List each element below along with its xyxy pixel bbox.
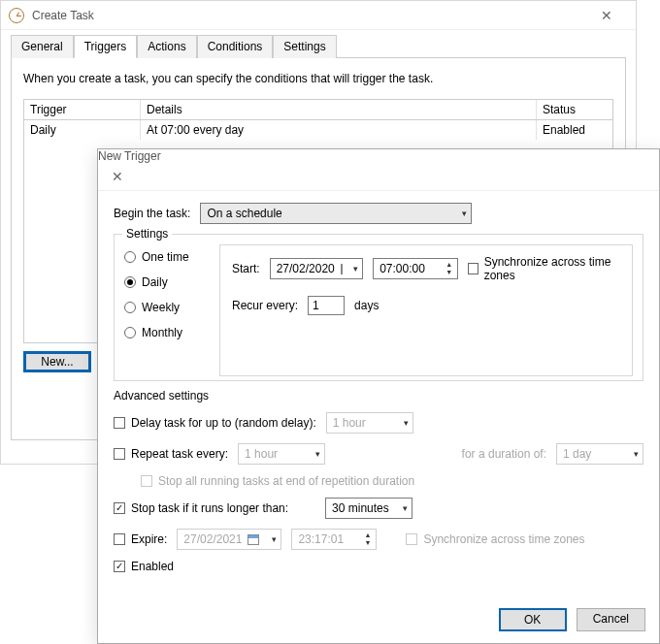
radio-icon: [124, 302, 136, 313]
radio-label: Daily: [142, 275, 168, 289]
new-trigger-window: New Trigger ✕ Begin the task: On a sched…: [97, 148, 660, 644]
begin-row: Begin the task: On a schedule ▾: [114, 203, 644, 224]
spinner-arrows-icon: ▲▼: [364, 531, 374, 547]
radio-label: Monthly: [142, 326, 182, 339]
create-task-titlebar: Create Task ✕: [1, 1, 636, 30]
chevron-down-icon: ▾: [403, 503, 408, 513]
expire-checkbox[interactable]: Expire:: [114, 532, 167, 546]
new-trigger-title: New Trigger: [98, 149, 161, 163]
radio-icon: [124, 251, 136, 263]
table-row[interactable]: Daily At 07:00 every day Enabled: [24, 120, 612, 141]
settings-legend: Settings: [122, 227, 172, 241]
recur-label: Recur every:: [232, 299, 298, 312]
radio-label: Weekly: [142, 301, 180, 314]
enabled-label: Enabled: [131, 560, 174, 573]
begin-value: On a schedule: [207, 207, 281, 220]
tab-general[interactable]: General: [11, 35, 74, 58]
sync-tz-checkbox[interactable]: Synchronize across time zones: [468, 255, 620, 282]
new-trigger-body: Begin the task: On a schedule ▾ Settings…: [98, 191, 659, 593]
tab-settings[interactable]: Settings: [273, 35, 336, 58]
close-icon[interactable]: ✕: [98, 163, 137, 190]
expire-date-value: 27/02/2021: [183, 532, 242, 546]
create-task-title: Create Task: [32, 9, 579, 22]
begin-select[interactable]: On a schedule ▾: [200, 203, 472, 224]
repeat-duration-label: for a duration of:: [462, 447, 546, 461]
checkbox-icon: [468, 263, 478, 274]
triggers-grid-header: Trigger Details Status: [23, 99, 613, 120]
delay-checkbox[interactable]: Delay task for up to (random delay):: [114, 416, 316, 430]
expire-time-spinner: 23:17:01 ▲▼: [291, 529, 377, 550]
expire-time-value: 23:17:01: [298, 532, 344, 546]
stop-if-combo[interactable]: 30 minutes ▾: [325, 498, 412, 519]
calendar-icon: [248, 534, 259, 545]
recur-unit: days: [354, 299, 379, 312]
radio-weekly[interactable]: Weekly: [124, 301, 206, 314]
recur-value-input[interactable]: 1: [308, 296, 345, 315]
sync-tz-label: Synchronize across time zones: [484, 255, 620, 282]
clock-icon: [9, 8, 24, 23]
stop-if-value: 30 minutes: [332, 501, 389, 515]
close-icon[interactable]: ✕: [587, 2, 626, 29]
chevron-down-icon: ▾: [404, 418, 409, 428]
radio-label: One time: [142, 250, 189, 264]
ok-button[interactable]: OK: [499, 608, 567, 631]
new-trigger-titlebar: New Trigger ✕: [98, 149, 659, 191]
enabled-checkbox[interactable]: Enabled: [114, 560, 174, 573]
expire-label: Expire:: [131, 532, 167, 546]
checkbox-icon: [114, 561, 125, 572]
checkbox-icon: [114, 533, 125, 545]
chevron-down-icon: ▾: [315, 449, 320, 459]
col-details[interactable]: Details: [141, 100, 537, 119]
begin-label: Begin the task:: [114, 207, 190, 220]
start-time-spinner[interactable]: 07:00:00 ▲▼: [373, 258, 458, 279]
radio-icon: [124, 327, 136, 338]
chevron-down-icon: ▾: [353, 264, 358, 274]
radio-one-time[interactable]: One time: [124, 250, 206, 264]
cell-trigger: Daily: [24, 120, 141, 140]
checkbox-icon: [141, 475, 152, 487]
expire-sync-tz-checkbox: Synchronize across time zones: [406, 532, 584, 546]
calendar-icon: [341, 264, 343, 274]
cell-status: Enabled: [537, 120, 612, 140]
start-time-value: 07:00:00: [380, 262, 425, 275]
start-label: Start:: [232, 262, 260, 275]
col-status[interactable]: Status: [537, 100, 612, 119]
schedule-pane: Start: 27/02/2020 ▾ 07:00:00 ▲▼ Syn: [219, 244, 633, 376]
radio-daily[interactable]: Daily: [124, 275, 206, 289]
chevron-down-icon: ▾: [272, 534, 277, 544]
chevron-down-icon: ▾: [634, 449, 639, 459]
radio-monthly[interactable]: Monthly: [124, 326, 206, 339]
spinner-arrows-icon: ▲▼: [446, 261, 455, 276]
stop-if-checkbox[interactable]: Stop task if it runs longer than:: [114, 501, 288, 515]
repeat-label: Repeat task every:: [131, 447, 228, 461]
checkbox-icon: [114, 448, 125, 460]
repeat-value: 1 hour: [245, 447, 278, 461]
checkbox-icon: [406, 533, 417, 545]
delay-combo: 1 hour ▾: [326, 412, 413, 434]
cancel-button[interactable]: Cancel: [577, 608, 645, 631]
tab-actions[interactable]: Actions: [137, 35, 196, 58]
settings-fieldset: Settings One time Daily Weekly: [114, 234, 644, 381]
stop-all-checkbox: Stop all running tasks at end of repetit…: [141, 474, 414, 488]
stop-if-label: Stop task if it runs longer than:: [131, 501, 288, 515]
repeat-combo: 1 hour ▾: [238, 443, 325, 465]
expire-date-picker: 27/02/2021 ▾: [177, 529, 281, 550]
advanced-settings-label: Advanced settings: [114, 389, 644, 402]
stop-all-label: Stop all running tasks at end of repetit…: [158, 474, 414, 488]
col-trigger[interactable]: Trigger: [24, 100, 141, 119]
radio-icon: [124, 276, 136, 288]
repeat-checkbox[interactable]: Repeat task every:: [114, 447, 228, 461]
repeat-duration-value: 1 day: [563, 447, 591, 461]
triggers-description: When you create a task, you can specify …: [23, 72, 613, 85]
tab-conditions[interactable]: Conditions: [197, 35, 274, 58]
checkbox-icon: [114, 502, 125, 514]
cell-details: At 07:00 every day: [141, 120, 537, 140]
chevron-down-icon: ▾: [462, 209, 467, 218]
new-trigger-button[interactable]: New...: [23, 351, 91, 372]
start-date-picker[interactable]: 27/02/2020 ▾: [270, 258, 364, 279]
start-date-value: 27/02/2020: [277, 262, 335, 275]
delay-label: Delay task for up to (random delay):: [131, 416, 316, 430]
tab-triggers[interactable]: Triggers: [74, 35, 138, 58]
modal-footer: OK Cancel: [499, 608, 645, 631]
tabs-bar: General Triggers Actions Conditions Sett…: [1, 30, 636, 57]
